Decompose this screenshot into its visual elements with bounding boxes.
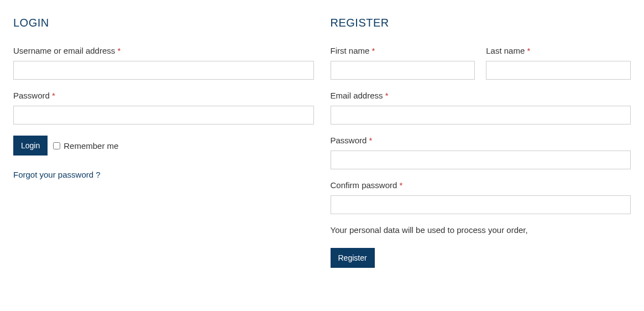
required-mark: * [52,91,55,100]
username-label-text: Username or email address [13,46,117,55]
required-mark: * [117,46,121,55]
first-name-label: First name * [331,46,475,55]
username-label: Username or email address * [13,46,314,55]
remember-me-label: Remember me [64,141,118,151]
privacy-policy-text: Your personal data will be used to proce… [331,225,631,235]
first-name-input[interactable] [331,61,475,80]
login-section: LOGIN Username or email address * Passwo… [13,17,314,268]
register-password-label: Password * [331,136,631,145]
last-name-input[interactable] [486,61,631,80]
login-password-label-text: Password [13,91,52,100]
first-name-label-text: First name [331,46,372,55]
register-title: REGISTER [331,17,631,29]
username-input[interactable] [13,61,314,80]
login-title: LOGIN [13,17,314,29]
remember-me-checkbox[interactable] [53,142,60,149]
last-name-label: Last name * [486,46,631,55]
register-email-label: Email address * [331,91,631,100]
register-email-label-text: Email address [331,91,385,100]
login-password-label: Password * [13,91,314,100]
confirm-password-label: Confirm password * [331,180,631,190]
register-email-input[interactable] [331,106,631,125]
confirm-password-label-text: Confirm password [331,180,400,190]
required-mark: * [372,46,375,55]
forgot-password-link[interactable]: Forgot your password ? [13,170,101,179]
required-mark: * [385,91,389,100]
remember-me-wrap[interactable]: Remember me [53,141,118,151]
register-button[interactable]: Register [331,248,375,268]
required-mark: * [527,46,530,55]
required-mark: * [369,136,373,145]
register-password-label-text: Password [331,136,369,145]
login-button[interactable]: Login [13,136,48,156]
register-password-input[interactable] [331,151,631,169]
register-section: REGISTER First name * Last name * Email … [331,17,631,268]
login-password-input[interactable] [13,106,314,125]
confirm-password-input[interactable] [331,195,631,214]
required-mark: * [400,180,403,190]
last-name-label-text: Last name [486,46,527,55]
